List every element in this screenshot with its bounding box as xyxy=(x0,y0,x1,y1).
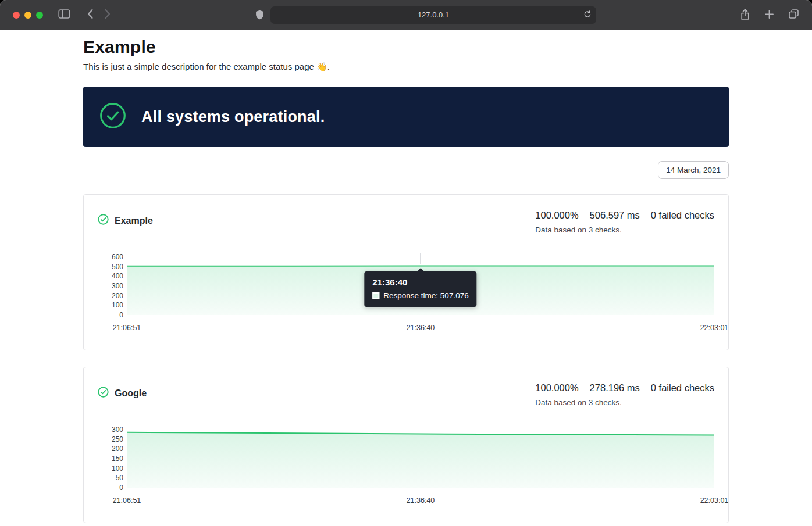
date-row: 14 March, 2021 xyxy=(83,161,729,179)
minimize-window-button[interactable] xyxy=(24,12,31,19)
plus-icon xyxy=(764,9,774,21)
address-bar[interactable]: 127.0.0.1 xyxy=(270,6,596,24)
url-text: 127.0.0.1 xyxy=(418,10,449,19)
x-axis-label: 21:06:51 xyxy=(113,323,141,332)
back-chevron-icon xyxy=(87,9,94,21)
checks-note: Data based on 3 checks. xyxy=(535,398,622,407)
browser-window: 127.0.0.1 xyxy=(0,0,812,526)
reload-icon xyxy=(583,10,592,20)
close-window-button[interactable] xyxy=(13,12,20,19)
page-title: Example xyxy=(83,37,729,58)
monitor-card-example: Example 100.000% 506.597 ms 0 failed che… xyxy=(83,194,729,350)
browser-toolbar: 127.0.0.1 xyxy=(0,0,812,30)
monitor-stats: 100.000% 278.196 ms 0 failed checks Data… xyxy=(535,381,714,407)
date-picker-button[interactable]: 14 March, 2021 xyxy=(658,161,729,179)
avg-response-time: 278.196 ms xyxy=(590,381,640,394)
monitor-name-row: Example xyxy=(98,214,153,227)
monitor-up-icon xyxy=(98,387,109,400)
svg-text:50: 50 xyxy=(116,474,124,482)
tooltip-time: 21:36:40 xyxy=(372,277,468,287)
sidebar-toggle-icon xyxy=(58,9,70,21)
svg-text:400: 400 xyxy=(112,272,123,280)
svg-text:300: 300 xyxy=(112,425,123,434)
monitor-up-icon xyxy=(98,214,109,227)
monitor-name: Google xyxy=(115,388,147,399)
svg-text:600: 600 xyxy=(112,253,123,261)
page-description: This is just a simple description for th… xyxy=(83,61,729,73)
window-controls xyxy=(8,12,43,19)
monitor-header: Example 100.000% 506.597 ms 0 failed che… xyxy=(98,209,714,234)
monitor-stats: 100.000% 506.597 ms 0 failed checks Data… xyxy=(535,209,714,234)
tab-overview-icon xyxy=(788,9,799,21)
tab-overview-button[interactable] xyxy=(786,6,802,23)
series-swatch-icon xyxy=(372,292,379,299)
monitor-name: Example xyxy=(115,216,153,226)
svg-text:100: 100 xyxy=(112,301,123,309)
x-axis-label: 22:03:01 xyxy=(700,496,729,505)
uptime-percentage: 100.000% xyxy=(535,209,578,221)
svg-text:150: 150 xyxy=(112,455,123,463)
reload-button[interactable] xyxy=(583,10,592,20)
privacy-shield-icon xyxy=(255,9,265,20)
new-tab-button[interactable] xyxy=(762,7,777,23)
x-axis-labels: 21:06:5121:36:4022:03:01 xyxy=(127,323,714,332)
svg-text:200: 200 xyxy=(112,292,123,300)
x-axis-labels: 21:06:5121:36:4022:03:01 xyxy=(127,496,714,505)
x-axis-label: 21:36:40 xyxy=(407,323,435,332)
svg-text:100: 100 xyxy=(112,464,123,473)
status-ok-icon xyxy=(99,102,126,131)
svg-text:0: 0 xyxy=(119,311,123,319)
response-time-chart-google[interactable]: 05010015020025030021:06:5121:36:4022:03:… xyxy=(98,425,714,505)
forward-chevron-icon xyxy=(104,9,111,21)
svg-text:300: 300 xyxy=(112,282,123,290)
x-axis-label: 21:06:51 xyxy=(113,496,141,505)
failed-checks-count: 0 failed checks xyxy=(651,381,714,394)
monitor-header: Google 100.000% 278.196 ms 0 failed chec… xyxy=(98,381,714,407)
status-page: Example This is just a simple descriptio… xyxy=(0,30,812,526)
svg-text:200: 200 xyxy=(112,445,123,453)
share-icon xyxy=(740,8,750,22)
response-time-chart-example[interactable]: 010020030040050060021:06:5121:36:4022:03… xyxy=(98,252,714,332)
monitor-card-google: Google 100.000% 278.196 ms 0 failed chec… xyxy=(83,367,729,523)
checks-note: Data based on 3 checks. xyxy=(535,226,622,234)
sidebar-toggle-button[interactable] xyxy=(56,6,73,23)
monitor-name-row: Google xyxy=(98,387,147,400)
avg-response-time: 506.597 ms xyxy=(590,209,640,221)
chart-canvas: 050100150200250300 xyxy=(98,425,714,492)
zoom-window-button[interactable] xyxy=(36,12,43,19)
failed-checks-count: 0 failed checks xyxy=(651,209,714,221)
status-banner-text: All systems operational. xyxy=(141,108,325,126)
x-axis-label: 21:36:40 xyxy=(407,496,435,505)
svg-text:250: 250 xyxy=(112,435,123,443)
uptime-percentage: 100.000% xyxy=(535,381,578,394)
forward-button[interactable] xyxy=(102,6,113,23)
x-axis-label: 22:03:01 xyxy=(700,323,729,332)
status-banner: All systems operational. xyxy=(83,87,729,147)
tooltip-value: Response time: 507.076 xyxy=(383,291,468,300)
svg-text:500: 500 xyxy=(112,263,123,271)
share-button[interactable] xyxy=(738,6,753,24)
svg-text:0: 0 xyxy=(119,484,123,492)
back-button[interactable] xyxy=(84,6,96,23)
chart-tooltip: 21:36:40 Response time: 507.076 xyxy=(364,271,476,307)
